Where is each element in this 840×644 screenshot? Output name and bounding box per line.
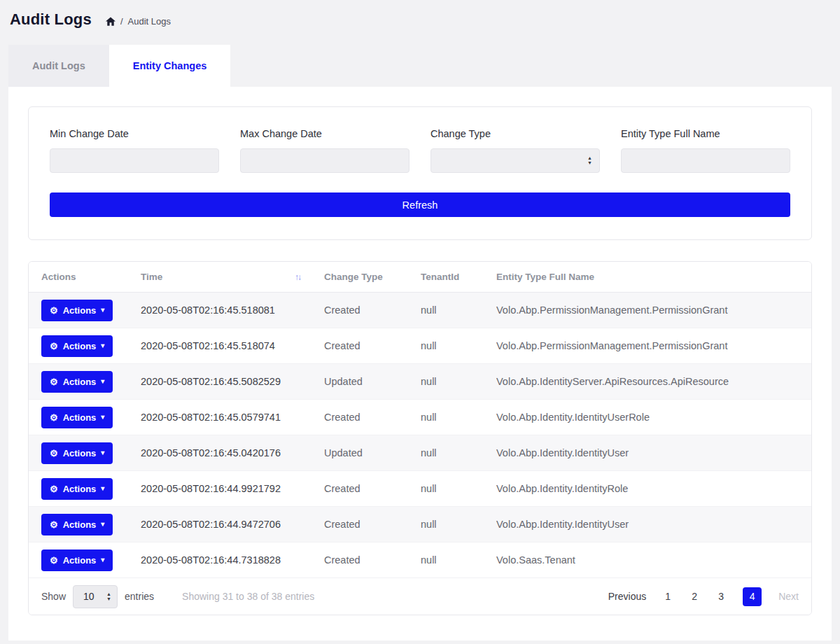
table-row: ⚙Actions▾ 2020-05-08T02:16:44.7318828 Cr…: [29, 542, 811, 578]
tenant-id-cell: null: [414, 293, 489, 328]
select-arrows-icon: ▲▼: [587, 156, 592, 165]
table-row: ⚙Actions▾ 2020-05-08T02:16:44.9472706 Cr…: [29, 507, 811, 542]
filter-panel: Min Change Date Max Change Date Change T…: [28, 106, 812, 240]
pagination-page-2[interactable]: 2: [690, 591, 699, 602]
pagination-page-1[interactable]: 1: [663, 591, 673, 602]
table-card: Actions Time ↑↓ Change Type TenantId Ent…: [28, 261, 812, 615]
time-cell: 2020-05-08T02:16:45.518074: [134, 328, 317, 364]
row-actions-button[interactable]: ⚙Actions▾: [41, 407, 113, 428]
gear-icon: ⚙: [50, 484, 58, 493]
filter-grid: Min Change Date Max Change Date Change T…: [50, 128, 790, 173]
change-type-cell: Created: [317, 400, 414, 435]
change-type-cell: Created: [317, 293, 414, 328]
tenant-id-cell: null: [414, 400, 489, 435]
row-actions-button[interactable]: ⚙Actions▾: [41, 442, 113, 464]
tenant-id-cell: null: [414, 471, 489, 507]
filter-max-change-date: Max Change Date: [240, 128, 410, 173]
pagination-next[interactable]: Next: [778, 591, 799, 602]
showing-entries-text: Showing 31 to 38 of 38 entries: [182, 591, 314, 602]
pagination-previous[interactable]: Previous: [608, 591, 646, 602]
refresh-button[interactable]: Refresh: [50, 192, 790, 217]
time-cell: 2020-05-08T02:16:45.0579741: [134, 400, 317, 435]
column-header-tenant-id: TenantId: [414, 262, 489, 293]
breadcrumb: / Audit Logs: [106, 16, 171, 27]
min-change-date-label: Min Change Date: [50, 128, 219, 139]
gear-icon: ⚙: [50, 413, 58, 422]
row-actions-label: Actions: [63, 305, 97, 316]
change-type-select[interactable]: ▲▼: [430, 148, 600, 173]
breadcrumb-separator: /: [120, 16, 123, 27]
tenant-id-cell: null: [414, 435, 489, 471]
row-actions-button[interactable]: ⚙Actions▾: [41, 478, 113, 500]
entity-type-cell: Volo.Abp.Identity.IdentityUser: [489, 507, 811, 542]
row-actions-label: Actions: [63, 484, 97, 494]
caret-down-icon: ▾: [101, 521, 104, 528]
row-actions-label: Actions: [63, 555, 97, 566]
tab-audit-logs-label: Audit Logs: [32, 60, 85, 71]
page-header: Audit Logs / Audit Logs: [0, 0, 840, 36]
gear-icon: ⚙: [50, 342, 58, 351]
tab-entity-changes-label: Entity Changes: [133, 60, 207, 71]
tab-entity-changes[interactable]: Entity Changes: [109, 45, 231, 87]
min-change-date-input[interactable]: [50, 148, 219, 173]
table-row: ⚙Actions▾ 2020-05-08T02:16:45.0579741 Cr…: [29, 400, 811, 435]
time-cell: 2020-05-08T02:16:45.0420176: [134, 435, 317, 471]
column-header-change-type: Change Type: [317, 262, 414, 293]
time-cell: 2020-05-08T02:16:44.7318828: [134, 542, 317, 578]
content-card: Min Change Date Max Change Date Change T…: [8, 87, 832, 640]
tenant-id-cell: null: [414, 542, 489, 578]
table-row: ⚙Actions▾ 2020-05-08T02:16:45.518081 Cre…: [29, 293, 811, 328]
select-arrows-icon: ▲▼: [106, 592, 111, 601]
table-row: ⚙Actions▾ 2020-05-08T02:16:45.5082529 Up…: [29, 364, 811, 400]
table-row: ⚙Actions▾ 2020-05-08T02:16:45.0420176 Up…: [29, 435, 811, 471]
max-change-date-input[interactable]: [240, 148, 410, 173]
entity-type-cell: Volo.Abp.PermissionManagement.Permission…: [489, 328, 811, 364]
entity-type-cell: Volo.Abp.IdentityServer.ApiResources.Api…: [489, 364, 811, 400]
table-footer: Show 10 ▲▼ entries Showing 31 to 38 of 3…: [29, 578, 811, 615]
row-actions-button[interactable]: ⚙Actions▾: [41, 550, 113, 571]
tab-audit-logs[interactable]: Audit Logs: [8, 45, 109, 87]
column-header-actions: Actions: [29, 262, 134, 293]
table-row: ⚙Actions▾ 2020-05-08T02:16:44.9921792 Cr…: [29, 471, 811, 507]
row-actions-label: Actions: [63, 341, 97, 351]
max-change-date-label: Max Change Date: [240, 128, 410, 139]
entity-type-cell: Volo.Abp.Identity.IdentityUserRole: [489, 400, 811, 435]
home-icon[interactable]: [106, 17, 115, 26]
caret-down-icon: ▾: [101, 342, 104, 349]
time-cell: 2020-05-08T02:16:45.5082529: [134, 364, 317, 400]
time-cell: 2020-05-08T02:16:45.518081: [134, 293, 317, 328]
caret-down-icon: ▾: [101, 378, 104, 385]
column-header-time-label: Time: [141, 272, 162, 282]
caret-down-icon: ▾: [101, 485, 104, 492]
entity-type-cell: Volo.Saas.Tenant: [489, 542, 811, 578]
sort-icon[interactable]: ↑↓: [295, 272, 300, 282]
filter-min-change-date: Min Change Date: [50, 128, 219, 173]
page-title: Audit Logs: [10, 10, 92, 29]
row-actions-button[interactable]: ⚙Actions▾: [41, 300, 113, 321]
caret-down-icon: ▾: [101, 307, 104, 314]
time-cell: 2020-05-08T02:16:44.9921792: [134, 471, 317, 507]
show-label: Show: [41, 591, 66, 602]
tenant-id-cell: null: [414, 364, 489, 400]
gear-icon: ⚙: [50, 520, 58, 529]
row-actions-button[interactable]: ⚙Actions▾: [41, 335, 113, 357]
filter-entity-type: Entity Type Full Name: [621, 128, 790, 173]
pagination-page-3[interactable]: 3: [716, 591, 726, 602]
column-header-time[interactable]: Time ↑↓: [134, 262, 317, 293]
tenant-id-cell: null: [414, 507, 489, 542]
entries-label: entries: [125, 591, 154, 602]
entity-type-cell: Volo.Abp.Identity.IdentityUser: [489, 435, 811, 471]
entity-type-cell: Volo.Abp.PermissionManagement.Permission…: [489, 293, 811, 328]
page-size-select[interactable]: 10 ▲▼: [73, 585, 118, 608]
caret-down-icon: ▾: [101, 449, 104, 456]
change-type-label: Change Type: [430, 128, 600, 139]
change-type-cell: Created: [317, 507, 414, 542]
row-actions-button[interactable]: ⚙Actions▾: [41, 514, 113, 536]
row-actions-button[interactable]: ⚙Actions▾: [41, 371, 113, 393]
tenant-id-cell: null: [414, 328, 489, 364]
pagination-page-4-active[interactable]: 4: [743, 587, 762, 606]
change-type-cell: Updated: [317, 435, 414, 471]
row-actions-label: Actions: [63, 519, 97, 530]
entity-type-input[interactable]: [621, 148, 790, 173]
breadcrumb-current: Audit Logs: [128, 16, 171, 27]
